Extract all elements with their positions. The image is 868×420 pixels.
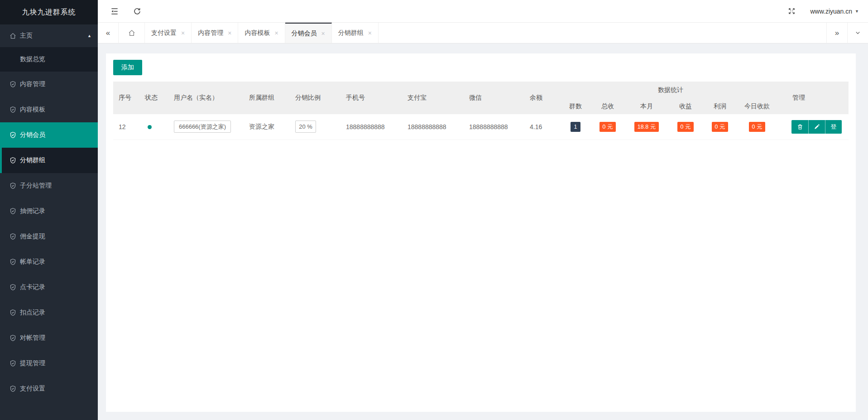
col-header-earnings: 收益 [667, 99, 705, 114]
cell-profit: 0 元 [705, 114, 735, 140]
close-icon[interactable]: × [274, 29, 278, 37]
tab-label: 支付设置 [151, 29, 177, 37]
site-selector[interactable]: www.ziyuan.cn ▼ [810, 8, 859, 15]
tab-label: 内容管理 [198, 29, 223, 37]
sidebar-item-label: 点卡记录 [20, 283, 45, 291]
cell-manage: 登 [779, 114, 849, 140]
sidebar-item-label: 分销群组 [20, 156, 45, 164]
sidebar-subitem-label: 数据总览 [20, 55, 45, 63]
add-button[interactable]: 添加 [113, 60, 142, 75]
sidebar-item-payment-settings[interactable]: 支付设置 [0, 376, 98, 401]
tabs-scroll-left-button[interactable]: « [98, 23, 119, 43]
caret-up-icon: ▲ [87, 34, 91, 38]
col-header-balance: 余额 [524, 82, 562, 114]
total-income-badge: 0 元 [599, 122, 616, 132]
tabs-scroll-right-button[interactable]: » [826, 23, 847, 43]
tab-label: 分销群组 [338, 29, 364, 37]
cell-balance: 4.16 [524, 114, 562, 140]
collapse-sidebar-icon[interactable] [107, 4, 122, 19]
sidebar-item-home[interactable]: 主页 ▲ [0, 24, 98, 47]
sidebar-submenu: 数据总览 [0, 47, 98, 72]
col-header-username: 用户名（实名） [168, 82, 244, 114]
shield-check-icon [9, 233, 16, 240]
tab-payment-settings[interactable]: 支付设置 × [145, 23, 192, 43]
topbar: www.ziyuan.cn ▼ [98, 0, 868, 23]
shield-check-icon [9, 106, 16, 113]
delete-button[interactable] [791, 120, 808, 134]
sidebar-item-label: 提现管理 [20, 359, 45, 367]
today-badge: 0 元 [749, 122, 766, 132]
sidebar-item-label: 主页 [20, 32, 33, 40]
col-header-wechat: 微信 [464, 82, 524, 114]
fullscreen-icon[interactable] [784, 4, 799, 19]
home-icon [9, 32, 16, 39]
sidebar-item-label: 子分站管理 [20, 182, 52, 190]
shield-check-icon [9, 182, 16, 189]
ratio-input[interactable] [295, 121, 316, 133]
shield-check-icon [9, 309, 16, 316]
cell-status [139, 114, 168, 140]
sidebar-item-substation-manage[interactable]: 子分站管理 [0, 173, 98, 198]
app-window: 九块九进群系统 主页 ▲ 数据总览 内容管理 [0, 0, 868, 420]
shield-check-icon [9, 131, 16, 139]
login-button[interactable]: 登 [825, 120, 842, 134]
tab-label: 分销会员 [292, 29, 317, 38]
cell-group: 资源之家 [244, 114, 290, 140]
sidebar-menu-list: 内容管理 内容模板 分销会员 分销群组 子分站管理 [0, 72, 98, 401]
sidebar-item-label: 分销会员 [20, 131, 45, 139]
app-title: 九块九进群系统 [0, 0, 98, 24]
col-header-group: 所属群组 [244, 82, 290, 114]
main-area: www.ziyuan.cn ▼ « 支付设置 × 内容管理 × 内容模板 × [98, 0, 868, 420]
sidebar-subitem-data-overview[interactable]: 数据总览 [0, 47, 98, 72]
site-domain: www.ziyuan.cn [810, 8, 852, 15]
sidebar-item-label: 对帐管理 [20, 334, 45, 342]
members-table: 序号 状态 用户名（实名） 所属群组 分销比例 手机号 支付宝 微信 余额 数据… [113, 82, 849, 140]
username-input[interactable] [174, 121, 231, 133]
col-header-month: 本月 [627, 99, 667, 114]
col-header-manage: 管理 [779, 82, 849, 114]
tab-content-manage[interactable]: 内容管理 × [192, 23, 238, 43]
tabbar-spacer [379, 23, 826, 43]
col-header-today: 今日收款 [735, 99, 779, 114]
edit-button[interactable] [808, 120, 825, 134]
tabs-menu-button[interactable] [847, 23, 868, 43]
sidebar-item-commission-record[interactable]: 抽佣记录 [0, 198, 98, 224]
month-badge: 18.8 元 [634, 122, 659, 132]
sidebar-item-withdraw-manage[interactable]: 提现管理 [0, 351, 98, 376]
shield-check-icon [9, 284, 16, 291]
shield-check-icon [9, 360, 16, 367]
sidebar-item-card-record[interactable]: 点卡记录 [0, 275, 98, 300]
sidebar-item-content-manage[interactable]: 内容管理 [0, 72, 98, 97]
close-icon[interactable]: × [368, 29, 372, 37]
group-count-badge: 1 [571, 122, 580, 132]
sidebar-item-distribution-group[interactable]: 分销群组 [0, 148, 98, 173]
status-dot [148, 125, 152, 129]
sidebar-item-label: 内容管理 [20, 80, 45, 88]
sidebar-item-content-template[interactable]: 内容模板 [0, 97, 98, 122]
sidebar-item-distribution-member[interactable]: 分销会员 [0, 122, 98, 148]
sidebar-item-reconcile-manage[interactable]: 对帐管理 [0, 325, 98, 351]
cell-today: 0 元 [735, 114, 779, 140]
cell-username [168, 114, 244, 140]
close-icon[interactable]: × [181, 29, 185, 37]
cell-total-income: 0 元 [589, 114, 627, 140]
sidebar-item-deduct-record[interactable]: 扣点记录 [0, 300, 98, 325]
refresh-icon[interactable] [129, 4, 145, 19]
col-header-index: 序号 [113, 82, 139, 114]
tab-distribution-group[interactable]: 分销群组 × [332, 23, 379, 43]
topbar-right: www.ziyuan.cn ▼ [784, 4, 859, 19]
sidebar-item-bill-record[interactable]: 帐单记录 [0, 249, 98, 275]
tab-label: 内容模板 [245, 29, 270, 37]
tab-distribution-member[interactable]: 分销会员 × [285, 23, 332, 43]
col-header-profit: 利润 [705, 99, 735, 114]
sidebar-item-commission-withdraw[interactable]: 佣金提现 [0, 224, 98, 249]
row-action-group: 登 [791, 120, 842, 134]
close-icon[interactable]: × [321, 30, 325, 37]
home-icon [128, 29, 135, 37]
tab-home[interactable] [119, 23, 145, 43]
tab-content-template[interactable]: 内容模板 × [238, 23, 285, 43]
sidebar-item-label: 佣金提现 [20, 232, 45, 241]
tabbar: « 支付设置 × 内容管理 × 内容模板 × 分销会员 × 分销群组 [98, 23, 868, 43]
sidebar-item-label: 抽佣记录 [20, 207, 45, 215]
close-icon[interactable]: × [228, 29, 231, 37]
